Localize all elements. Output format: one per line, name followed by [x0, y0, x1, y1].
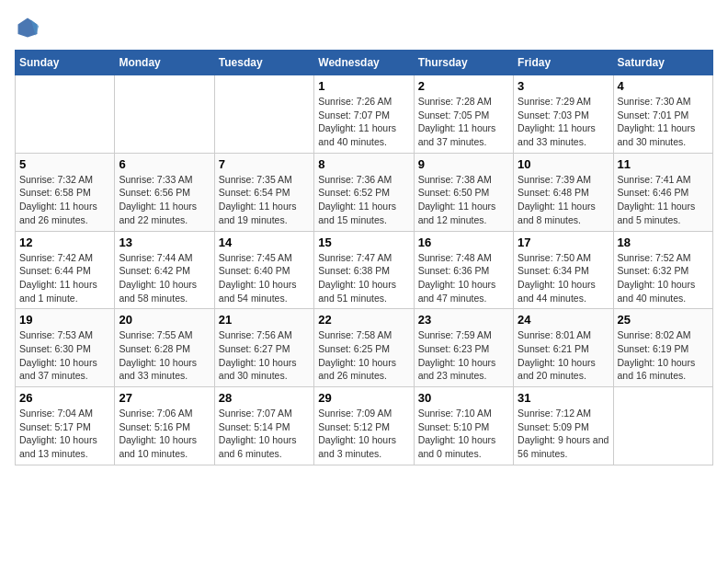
calendar-cell: 11Sunrise: 7:41 AM Sunset: 6:46 PM Dayli…	[613, 153, 712, 231]
day-number: 17	[518, 236, 609, 249]
day-info: Sunrise: 7:39 AM Sunset: 6:48 PM Dayligh…	[518, 173, 609, 227]
calendar-cell: 23Sunrise: 7:59 AM Sunset: 6:23 PM Dayli…	[414, 309, 513, 387]
day-info: Sunrise: 7:52 AM Sunset: 6:32 PM Dayligh…	[618, 251, 709, 305]
day-info: Sunrise: 7:12 AM Sunset: 5:09 PM Dayligh…	[518, 407, 609, 461]
day-info: Sunrise: 7:10 AM Sunset: 5:10 PM Dayligh…	[418, 407, 509, 461]
day-number: 12	[19, 236, 110, 249]
calendar-cell: 21Sunrise: 7:56 AM Sunset: 6:27 PM Dayli…	[214, 309, 313, 387]
day-info: Sunrise: 7:33 AM Sunset: 6:56 PM Dayligh…	[119, 173, 210, 227]
day-info: Sunrise: 7:53 AM Sunset: 6:30 PM Dayligh…	[19, 328, 110, 383]
calendar-week-5: 26Sunrise: 7:04 AM Sunset: 5:17 PM Dayli…	[16, 387, 713, 465]
day-info: Sunrise: 7:44 AM Sunset: 6:42 PM Dayligh…	[119, 251, 210, 305]
calendar-cell	[613, 387, 712, 465]
day-number: 7	[219, 157, 310, 171]
day-number: 13	[119, 236, 210, 249]
calendar-cell: 27Sunrise: 7:06 AM Sunset: 5:16 PM Dayli…	[115, 387, 214, 465]
day-number: 18	[618, 236, 709, 249]
calendar-cell: 20Sunrise: 7:55 AM Sunset: 6:28 PM Dayli…	[115, 309, 214, 387]
calendar-cell: 19Sunrise: 7:53 AM Sunset: 6:30 PM Dayli…	[16, 309, 115, 387]
day-info: Sunrise: 7:28 AM Sunset: 7:05 PM Dayligh…	[418, 95, 509, 149]
day-number: 15	[318, 236, 409, 249]
calendar-cell: 30Sunrise: 7:10 AM Sunset: 5:10 PM Dayli…	[414, 387, 513, 465]
calendar-cell: 4Sunrise: 7:30 AM Sunset: 7:01 PM Daylig…	[613, 75, 712, 154]
calendar-cell: 31Sunrise: 7:12 AM Sunset: 5:09 PM Dayli…	[514, 387, 613, 465]
day-number: 22	[318, 313, 409, 327]
calendar-cell: 3Sunrise: 7:29 AM Sunset: 7:03 PM Daylig…	[514, 75, 613, 154]
calendar-cell: 25Sunrise: 8:02 AM Sunset: 6:19 PM Dayli…	[613, 309, 712, 387]
day-info: Sunrise: 7:29 AM Sunset: 7:03 PM Dayligh…	[518, 95, 609, 149]
calendar-week-3: 12Sunrise: 7:42 AM Sunset: 6:44 PM Dayli…	[16, 231, 713, 309]
calendar-cell: 10Sunrise: 7:39 AM Sunset: 6:48 PM Dayli…	[514, 153, 613, 231]
weekday-header-wednesday: Wednesday	[314, 51, 414, 75]
calendar-cell: 12Sunrise: 7:42 AM Sunset: 6:44 PM Dayli…	[16, 231, 115, 309]
day-info: Sunrise: 7:32 AM Sunset: 6:58 PM Dayligh…	[19, 173, 110, 227]
day-info: Sunrise: 7:55 AM Sunset: 6:28 PM Dayligh…	[119, 328, 210, 383]
weekday-header-saturday: Saturday	[613, 51, 712, 75]
day-number: 4	[618, 79, 709, 93]
day-info: Sunrise: 7:09 AM Sunset: 5:12 PM Dayligh…	[318, 407, 409, 461]
calendar-week-4: 19Sunrise: 7:53 AM Sunset: 6:30 PM Dayli…	[16, 309, 713, 387]
day-info: Sunrise: 7:30 AM Sunset: 7:01 PM Dayligh…	[618, 95, 709, 149]
day-info: Sunrise: 7:42 AM Sunset: 6:44 PM Dayligh…	[19, 251, 110, 305]
day-number: 9	[418, 157, 509, 171]
calendar-cell: 6Sunrise: 7:33 AM Sunset: 6:56 PM Daylig…	[115, 153, 214, 231]
day-info: Sunrise: 7:50 AM Sunset: 6:34 PM Dayligh…	[518, 251, 609, 305]
calendar-cell: 7Sunrise: 7:35 AM Sunset: 6:54 PM Daylig…	[214, 153, 313, 231]
day-number: 28	[219, 391, 310, 405]
day-number: 19	[19, 313, 110, 327]
calendar-cell: 5Sunrise: 7:32 AM Sunset: 6:58 PM Daylig…	[16, 153, 115, 231]
day-number: 25	[618, 313, 709, 327]
day-number: 26	[19, 391, 110, 405]
weekday-header-row: SundayMondayTuesdayWednesdayThursdayFrid…	[16, 51, 713, 75]
day-number: 16	[418, 236, 509, 249]
day-number: 6	[119, 157, 210, 171]
day-info: Sunrise: 7:04 AM Sunset: 5:17 PM Dayligh…	[19, 407, 110, 461]
calendar-cell: 16Sunrise: 7:48 AM Sunset: 6:36 PM Dayli…	[414, 231, 513, 309]
day-info: Sunrise: 7:48 AM Sunset: 6:36 PM Dayligh…	[418, 251, 509, 305]
logo-icon	[15, 15, 40, 40]
weekday-header-tuesday: Tuesday	[214, 51, 313, 75]
day-info: Sunrise: 7:58 AM Sunset: 6:25 PM Dayligh…	[318, 328, 409, 383]
calendar-cell	[214, 75, 313, 154]
day-number: 20	[119, 313, 210, 327]
calendar-cell: 29Sunrise: 7:09 AM Sunset: 5:12 PM Dayli…	[314, 387, 414, 465]
calendar-cell: 24Sunrise: 8:01 AM Sunset: 6:21 PM Dayli…	[514, 309, 613, 387]
calendar-week-2: 5Sunrise: 7:32 AM Sunset: 6:58 PM Daylig…	[16, 153, 713, 231]
day-number: 23	[418, 313, 509, 327]
calendar-table: SundayMondayTuesdayWednesdayThursdayFrid…	[15, 50, 713, 465]
calendar-cell: 14Sunrise: 7:45 AM Sunset: 6:40 PM Dayli…	[214, 231, 313, 309]
calendar-cell: 17Sunrise: 7:50 AM Sunset: 6:34 PM Dayli…	[514, 231, 613, 309]
day-info: Sunrise: 8:01 AM Sunset: 6:21 PM Dayligh…	[518, 328, 609, 383]
calendar-cell: 28Sunrise: 7:07 AM Sunset: 5:14 PM Dayli…	[214, 387, 313, 465]
day-info: Sunrise: 7:38 AM Sunset: 6:50 PM Dayligh…	[418, 173, 509, 227]
day-info: Sunrise: 7:56 AM Sunset: 6:27 PM Dayligh…	[219, 328, 310, 383]
calendar-cell: 13Sunrise: 7:44 AM Sunset: 6:42 PM Dayli…	[115, 231, 214, 309]
calendar-cell: 8Sunrise: 7:36 AM Sunset: 6:52 PM Daylig…	[314, 153, 414, 231]
day-number: 21	[219, 313, 310, 327]
calendar-cell: 1Sunrise: 7:26 AM Sunset: 7:07 PM Daylig…	[314, 75, 414, 154]
calendar-cell	[16, 75, 115, 154]
calendar-cell: 22Sunrise: 7:58 AM Sunset: 6:25 PM Dayli…	[314, 309, 414, 387]
day-info: Sunrise: 7:59 AM Sunset: 6:23 PM Dayligh…	[418, 328, 509, 383]
day-number: 14	[219, 236, 310, 249]
calendar-cell: 26Sunrise: 7:04 AM Sunset: 5:17 PM Dayli…	[16, 387, 115, 465]
day-number: 8	[318, 157, 409, 171]
day-number: 29	[318, 391, 409, 405]
day-number: 1	[318, 79, 409, 93]
day-info: Sunrise: 7:41 AM Sunset: 6:46 PM Dayligh…	[618, 173, 709, 227]
day-info: Sunrise: 7:06 AM Sunset: 5:16 PM Dayligh…	[119, 407, 210, 461]
page-header	[15, 15, 713, 40]
day-info: Sunrise: 7:47 AM Sunset: 6:38 PM Dayligh…	[318, 251, 409, 305]
calendar-week-1: 1Sunrise: 7:26 AM Sunset: 7:07 PM Daylig…	[16, 75, 713, 154]
calendar-cell: 18Sunrise: 7:52 AM Sunset: 6:32 PM Dayli…	[613, 231, 712, 309]
day-info: Sunrise: 7:36 AM Sunset: 6:52 PM Dayligh…	[318, 173, 409, 227]
day-number: 2	[418, 79, 509, 93]
day-number: 5	[19, 157, 110, 171]
day-info: Sunrise: 7:07 AM Sunset: 5:14 PM Dayligh…	[219, 407, 310, 461]
calendar-cell	[115, 75, 214, 154]
weekday-header-monday: Monday	[115, 51, 214, 75]
calendar-cell: 2Sunrise: 7:28 AM Sunset: 7:05 PM Daylig…	[414, 75, 513, 154]
day-info: Sunrise: 7:26 AM Sunset: 7:07 PM Dayligh…	[318, 95, 409, 149]
day-info: Sunrise: 8:02 AM Sunset: 6:19 PM Dayligh…	[618, 328, 709, 383]
logo	[15, 15, 44, 40]
